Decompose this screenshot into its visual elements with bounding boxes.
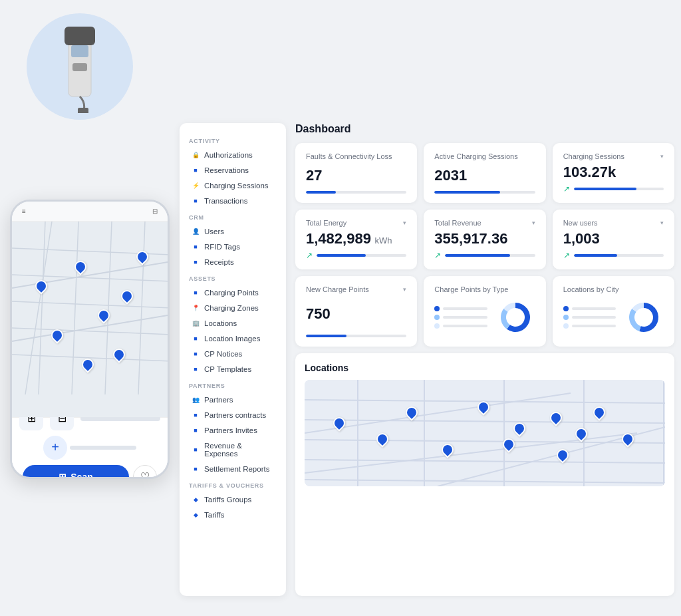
stat-card-dropdown-total-energy[interactable]: ▾ [403,220,406,226]
charger-circle [27,13,133,120]
sidebar-label-transactions: Transactions [204,197,247,205]
svg-line-11 [72,222,78,394]
sidebar-item-receipts[interactable]: ■Receipts [182,255,283,269]
sidebar-label-location-images: Location Images [204,335,260,343]
sidebar-item-tariffs-groups[interactable]: ◆Tariffs Groups [182,492,283,507]
phone-progress-bar [70,446,136,450]
stat-card-title-total-revenue: Total Revenue [434,219,481,227]
sidebar-item-reservations[interactable]: ■Reservations [182,163,283,178]
sidebar-item-charging-points[interactable]: ■Charging Points [182,285,283,300]
stat-card-dropdown-new-users[interactable]: ▾ [660,220,664,226]
sidebar-item-partners-invites[interactable]: ■Partners Invites [182,423,283,438]
favorite-button[interactable]: ♡ [133,465,157,480]
stat-card-charging-sessions: Charging Sessions▾103.27k↗ [553,143,674,203]
sidebar-section-partners: PARTNERS [180,377,286,392]
stat-card-value-total-energy: 1,482,989 kWh [306,230,406,247]
map-pin [35,280,45,292]
sidebar-item-tariffs[interactable]: ◆Tariffs [182,508,283,522]
trend-icon-total-energy: ↗ [306,251,313,260]
legend-dot-locations-city-1 [563,315,569,320]
sidebar-icon-settlement-reports: ■ [192,465,200,473]
sidebar-item-rfid-tags[interactable]: ■RFID Tags [182,239,283,254]
sidebar-icon-receipts: ■ [192,258,200,266]
stat-card-footer-new-charge-points [306,335,406,337]
sidebar-label-cp-notices: CP Notices [204,350,242,358]
location-pin-10 [557,449,566,461]
sidebar-item-charging-zones[interactable]: 📍Charging Zones [182,301,283,315]
phone-map-area [12,222,168,417]
sidebar-label-locations: Locations [204,319,237,327]
sidebar-section-crm: CRM [180,209,286,224]
sidebar-item-cp-notices[interactable]: ■CP Notices [182,347,283,361]
sidebar: ACTIVITY🔒Authorizations■Reservations⚡Cha… [180,123,286,596]
location-pin-6 [550,412,559,424]
legend-dot-locations-city-0 [563,306,569,311]
legend-item-locations-city-2 [563,323,616,329]
progress-wrapper-total-energy [317,254,406,257]
stat-card-new-charge-points: New Charge Points▾750 [295,276,417,347]
sidebar-item-cp-templates[interactable]: ■CP Templates [182,362,283,377]
location-pin-5 [513,422,523,434]
stat-card-footer-total-revenue: ↗ [434,251,535,260]
stat-card-header-new-charge-points: New Charge Points▾ [306,285,406,293]
sidebar-label-tariffs: Tariffs [204,511,224,519]
map-pin [51,329,61,341]
location-pin-9 [575,428,585,440]
donut-widget-locations-city [563,297,664,337]
sidebar-label-settlement-reports: Settlement Reports [204,465,269,473]
legend-bar-charge-points-type-1 [443,316,487,319]
sidebar-icon-charging-sessions: ⚡ [192,182,200,190]
sidebar-item-partners-contracts[interactable]: ■Partners contracts [182,408,283,422]
stat-card-dropdown-charging-sessions[interactable]: ▾ [660,153,664,160]
sidebar-label-partners-contracts: Partners contracts [204,411,266,419]
donut-legend-locations-city [563,306,616,329]
stat-card-title-new-users: New users [563,219,598,227]
stat-card-charge-points-type: Charge Points by Type [424,276,545,347]
sidebar-icon-charging-zones: 📍 [192,304,200,312]
svg-line-12 [105,222,112,394]
donut-legend-charge-points-type [434,306,487,329]
locations-map[interactable] [305,380,665,486]
progress-wrapper-charging-sessions [574,188,664,190]
map-pin [113,349,122,361]
sidebar-item-authorizations[interactable]: 🔒Authorizations [182,148,283,162]
scan-button[interactable]: ⊞ Scan [23,465,129,480]
sidebar-item-location-images[interactable]: ■Location Images [182,331,283,346]
sidebar-item-settlement-reports[interactable]: ■Settlement Reports [182,462,283,476]
sidebar-item-transactions[interactable]: ■Transactions [182,194,283,208]
stat-card-title-new-charge-points: New Charge Points [306,285,369,293]
stat-card-title-faults: Faults & Connectivity Loss [306,152,392,160]
legend-item-locations-city-1 [563,315,616,320]
progress-fill-faults [306,191,336,194]
sidebar-item-revenue-expenses[interactable]: ■Revenue & Expenses [182,438,283,461]
stats-grid: Faults & Connectivity Loss27Active Charg… [295,143,674,347]
sidebar-label-partners: Partners [204,396,233,404]
sidebar-section-assets: ASSETS [180,270,286,285]
stat-card-value-faults: 27 [306,167,406,184]
sidebar-label-partners-invites: Partners Invites [204,426,257,434]
sidebar-label-receipts: Receipts [204,258,234,266]
sidebar-item-users[interactable]: 👤Users [182,224,283,239]
sidebar-item-locations[interactable]: 🏢Locations [182,316,283,331]
sidebar-section-activity: ACTIVITY [180,132,286,147]
sidebar-label-rfid-tags: RFID Tags [204,243,240,251]
stat-card-dropdown-total-revenue[interactable]: ▾ [532,220,535,226]
stat-card-header-active-sessions: Active Charging Sessions [434,152,535,160]
stat-unit-total-energy: kWh [372,235,392,245]
sidebar-item-charging-sessions[interactable]: ⚡Charging Sessions [182,178,283,193]
locations-section: Locations [295,353,674,596]
trend-icon-charging-sessions: ↗ [563,184,570,194]
legend-bar-locations-city-2 [572,325,616,327]
sidebar-icon-tariffs-groups: ◆ [192,496,200,504]
stat-card-dropdown-new-charge-points[interactable]: ▾ [403,286,406,293]
stat-card-value-new-charge-points: 750 [306,305,406,323]
add-location-button[interactable]: + [43,436,67,460]
stat-card-value-total-revenue: 355,917.36 [434,230,535,247]
main-content: Dashboard Faults & Connectivity Loss27Ac… [286,123,674,596]
stat-card-value-active-sessions: 2031 [434,167,535,184]
stat-card-value-charging-sessions: 103.27k [563,164,664,181]
sidebar-item-partners[interactable]: 👥Partners [182,392,283,407]
sidebar-icon-locations: 🏢 [192,319,200,327]
location-pin-0 [333,417,342,429]
location-pin-7 [503,438,512,450]
